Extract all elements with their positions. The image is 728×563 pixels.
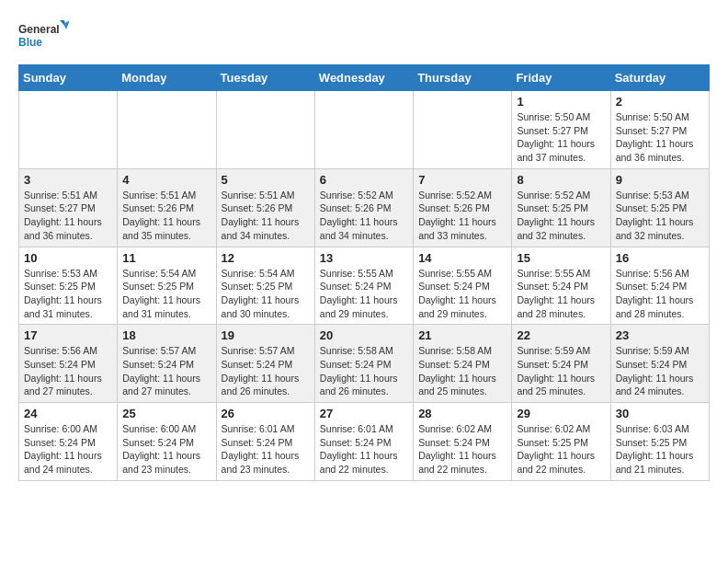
- day-number: 19: [222, 328, 310, 342]
- day-number: 2: [616, 95, 704, 109]
- calendar-day-header: Wednesday: [314, 65, 413, 91]
- calendar-cell: 30Sunrise: 6:03 AM Sunset: 5:25 PM Dayli…: [610, 403, 709, 481]
- calendar-week-row: 10Sunrise: 5:53 AM Sunset: 5:25 PM Dayli…: [19, 247, 710, 325]
- day-number: 1: [517, 95, 605, 109]
- day-info: Sunrise: 5:55 AM Sunset: 5:24 PM Dayligh…: [320, 267, 408, 321]
- day-info: Sunrise: 5:51 AM Sunset: 5:26 PM Dayligh…: [222, 189, 310, 243]
- day-number: 8: [517, 173, 605, 187]
- day-number: 14: [418, 251, 506, 265]
- day-info: Sunrise: 5:53 AM Sunset: 5:25 PM Dayligh…: [24, 267, 112, 321]
- day-info: Sunrise: 5:59 AM Sunset: 5:24 PM Dayligh…: [517, 344, 605, 398]
- day-number: 22: [517, 328, 605, 342]
- calendar-cell: 7Sunrise: 5:52 AM Sunset: 5:26 PM Daylig…: [414, 168, 512, 247]
- day-info: Sunrise: 6:00 AM Sunset: 5:24 PM Dayligh…: [122, 422, 210, 477]
- logo: General Blue: [18, 18, 69, 55]
- day-info: Sunrise: 5:52 AM Sunset: 5:26 PM Dayligh…: [320, 189, 408, 243]
- day-number: 10: [24, 251, 112, 265]
- day-number: 23: [616, 328, 704, 342]
- day-info: Sunrise: 5:54 AM Sunset: 5:25 PM Dayligh…: [222, 267, 310, 321]
- calendar-day-header: Friday: [512, 65, 610, 91]
- calendar-cell: 23Sunrise: 5:59 AM Sunset: 5:24 PM Dayli…: [610, 325, 709, 403]
- day-info: Sunrise: 5:55 AM Sunset: 5:24 PM Dayligh…: [517, 267, 605, 321]
- day-number: 27: [320, 407, 408, 420]
- calendar-cell: 22Sunrise: 5:59 AM Sunset: 5:24 PM Dayli…: [512, 325, 610, 403]
- day-number: 25: [122, 407, 210, 420]
- day-number: 11: [122, 251, 210, 265]
- calendar-cell: [19, 91, 118, 169]
- day-number: 7: [418, 173, 506, 187]
- calendar-cell: 10Sunrise: 5:53 AM Sunset: 5:25 PM Dayli…: [19, 247, 118, 325]
- calendar-cell: 4Sunrise: 5:51 AM Sunset: 5:26 PM Daylig…: [118, 168, 216, 247]
- page: General Blue SundayMondayTuesdayWednesda…: [0, 0, 728, 490]
- calendar-cell: 28Sunrise: 6:02 AM Sunset: 5:24 PM Dayli…: [414, 403, 512, 481]
- calendar-cell: 12Sunrise: 5:54 AM Sunset: 5:25 PM Dayli…: [216, 247, 314, 325]
- day-info: Sunrise: 5:58 AM Sunset: 5:24 PM Dayligh…: [418, 344, 506, 398]
- calendar-cell: 6Sunrise: 5:52 AM Sunset: 5:26 PM Daylig…: [314, 168, 413, 247]
- calendar-cell: 27Sunrise: 6:01 AM Sunset: 5:24 PM Dayli…: [314, 403, 413, 481]
- calendar-day-header: Monday: [118, 65, 216, 91]
- calendar-cell: [118, 91, 216, 169]
- calendar-cell: 16Sunrise: 5:56 AM Sunset: 5:24 PM Dayli…: [610, 247, 709, 325]
- day-info: Sunrise: 5:50 AM Sunset: 5:27 PM Dayligh…: [517, 110, 605, 165]
- day-number: 20: [320, 328, 408, 342]
- calendar-cell: 17Sunrise: 5:56 AM Sunset: 5:24 PM Dayli…: [19, 325, 118, 403]
- day-info: Sunrise: 5:52 AM Sunset: 5:25 PM Dayligh…: [517, 189, 605, 243]
- day-info: Sunrise: 5:58 AM Sunset: 5:24 PM Dayligh…: [320, 344, 408, 398]
- day-info: Sunrise: 6:03 AM Sunset: 5:25 PM Dayligh…: [616, 422, 704, 477]
- day-number: 5: [222, 173, 310, 187]
- calendar-cell: 14Sunrise: 5:55 AM Sunset: 5:24 PM Dayli…: [414, 247, 512, 325]
- calendar-cell: 25Sunrise: 6:00 AM Sunset: 5:24 PM Dayli…: [118, 403, 216, 481]
- calendar-cell: 8Sunrise: 5:52 AM Sunset: 5:25 PM Daylig…: [512, 168, 610, 247]
- calendar-cell: 29Sunrise: 6:02 AM Sunset: 5:25 PM Dayli…: [512, 403, 610, 481]
- calendar-day-header: Thursday: [414, 65, 512, 91]
- day-number: 9: [616, 173, 704, 187]
- calendar-week-row: 17Sunrise: 5:56 AM Sunset: 5:24 PM Dayli…: [19, 325, 710, 403]
- day-info: Sunrise: 6:01 AM Sunset: 5:24 PM Dayligh…: [222, 422, 310, 477]
- calendar-week-row: 24Sunrise: 6:00 AM Sunset: 5:24 PM Dayli…: [19, 403, 710, 481]
- calendar-week-row: 1Sunrise: 5:50 AM Sunset: 5:27 PM Daylig…: [19, 91, 710, 169]
- calendar-cell: 1Sunrise: 5:50 AM Sunset: 5:27 PM Daylig…: [512, 91, 610, 169]
- day-number: 15: [517, 251, 605, 265]
- day-info: Sunrise: 5:50 AM Sunset: 5:27 PM Dayligh…: [616, 110, 704, 165]
- day-info: Sunrise: 6:02 AM Sunset: 5:25 PM Dayligh…: [517, 422, 605, 477]
- calendar-cell: 24Sunrise: 6:00 AM Sunset: 5:24 PM Dayli…: [19, 403, 118, 481]
- day-number: 24: [24, 407, 112, 420]
- day-number: 18: [122, 328, 210, 342]
- day-number: 6: [320, 173, 408, 187]
- calendar-header-row: SundayMondayTuesdayWednesdayThursdayFrid…: [19, 65, 710, 91]
- calendar-table: SundayMondayTuesdayWednesdayThursdayFrid…: [18, 64, 710, 481]
- day-info: Sunrise: 5:52 AM Sunset: 5:26 PM Dayligh…: [418, 189, 506, 243]
- day-info: Sunrise: 6:02 AM Sunset: 5:24 PM Dayligh…: [418, 422, 506, 477]
- day-info: Sunrise: 5:53 AM Sunset: 5:25 PM Dayligh…: [616, 189, 704, 243]
- svg-text:Blue: Blue: [18, 36, 42, 49]
- calendar-cell: 2Sunrise: 5:50 AM Sunset: 5:27 PM Daylig…: [610, 91, 709, 169]
- day-info: Sunrise: 5:56 AM Sunset: 5:24 PM Dayligh…: [616, 267, 704, 321]
- day-number: 29: [517, 407, 605, 420]
- day-info: Sunrise: 5:57 AM Sunset: 5:24 PM Dayligh…: [222, 344, 310, 398]
- calendar-cell: 18Sunrise: 5:57 AM Sunset: 5:24 PM Dayli…: [118, 325, 216, 403]
- calendar-cell: [216, 91, 314, 169]
- day-number: 28: [418, 407, 506, 420]
- day-info: Sunrise: 6:00 AM Sunset: 5:24 PM Dayligh…: [24, 422, 112, 477]
- day-info: Sunrise: 5:54 AM Sunset: 5:25 PM Dayligh…: [122, 267, 210, 321]
- calendar-day-header: Tuesday: [216, 65, 314, 91]
- calendar-cell: 9Sunrise: 5:53 AM Sunset: 5:25 PM Daylig…: [610, 168, 709, 247]
- day-info: Sunrise: 6:01 AM Sunset: 5:24 PM Dayligh…: [320, 422, 408, 477]
- day-info: Sunrise: 5:51 AM Sunset: 5:27 PM Dayligh…: [24, 189, 112, 243]
- svg-text:General: General: [18, 23, 60, 36]
- day-number: 21: [418, 328, 506, 342]
- day-number: 4: [122, 173, 210, 187]
- day-number: 17: [24, 328, 112, 342]
- calendar-cell: [314, 91, 413, 169]
- day-info: Sunrise: 5:56 AM Sunset: 5:24 PM Dayligh…: [24, 344, 112, 398]
- day-number: 26: [222, 407, 310, 420]
- calendar-cell: [414, 91, 512, 169]
- day-number: 3: [24, 173, 112, 187]
- day-number: 16: [616, 251, 704, 265]
- day-info: Sunrise: 5:51 AM Sunset: 5:26 PM Dayligh…: [122, 189, 210, 243]
- calendar-cell: 21Sunrise: 5:58 AM Sunset: 5:24 PM Dayli…: [414, 325, 512, 403]
- day-number: 13: [320, 251, 408, 265]
- calendar-cell: 26Sunrise: 6:01 AM Sunset: 5:24 PM Dayli…: [216, 403, 314, 481]
- header: General Blue: [18, 18, 710, 55]
- calendar-cell: 19Sunrise: 5:57 AM Sunset: 5:24 PM Dayli…: [216, 325, 314, 403]
